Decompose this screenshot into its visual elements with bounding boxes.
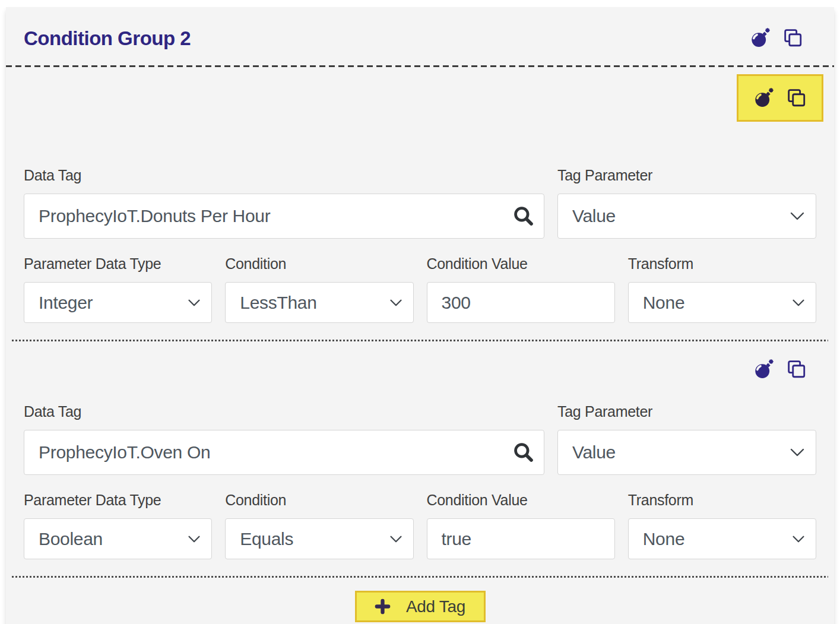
condition-select[interactable]: Equals xyxy=(225,518,413,559)
transform-value: None xyxy=(643,529,685,549)
condition-operator-value: Equals xyxy=(240,529,293,549)
chevron-down-icon xyxy=(790,211,805,221)
add-tag-button[interactable]: Add Tag xyxy=(355,591,486,622)
tag-1-actions xyxy=(24,67,816,122)
parameter-data-type-field-group: Parameter Data Type Integer xyxy=(24,255,212,323)
group-actions xyxy=(750,27,803,49)
condition-value-input[interactable] xyxy=(427,282,615,323)
parameter-data-type-select[interactable]: Integer xyxy=(24,282,212,323)
chevron-down-icon xyxy=(792,299,805,307)
add-tag-label: Add Tag xyxy=(406,597,465,616)
delete-group-bomb-icon[interactable] xyxy=(750,27,771,49)
chevron-down-icon xyxy=(389,299,402,307)
tag-parameter-label: Tag Parameter xyxy=(557,403,816,420)
transform-label: Transform xyxy=(628,492,816,509)
chevron-down-icon xyxy=(389,535,402,543)
transform-field-group: Transform None xyxy=(628,255,816,323)
parameter-data-type-label: Parameter Data Type xyxy=(24,255,212,273)
tag-row-1: Data Tag Tag Parameter Value xyxy=(6,67,834,323)
delete-tag-bomb-icon[interactable] xyxy=(753,87,775,109)
condition-group-title: Condition Group 2 xyxy=(24,27,191,50)
chevron-down-icon xyxy=(790,448,805,457)
data-tag-field-group: Data Tag xyxy=(24,403,544,475)
parameter-data-type-value: Integer xyxy=(39,293,93,313)
tag-parameter-value: Value xyxy=(572,442,616,463)
tag-parameter-select[interactable]: Value xyxy=(557,430,816,475)
delete-tag-bomb-icon[interactable] xyxy=(753,359,775,380)
chevron-down-icon xyxy=(188,535,201,543)
parameter-data-type-select[interactable]: Boolean xyxy=(24,518,212,559)
transform-value: None xyxy=(643,293,685,313)
tag-parameter-select[interactable]: Value xyxy=(557,194,816,239)
data-tag-field-group: Data Tag xyxy=(24,167,544,239)
search-icon[interactable] xyxy=(512,441,535,464)
condition-select[interactable]: LessThan xyxy=(225,282,413,323)
tag-1-actions-highlight xyxy=(737,74,823,122)
transform-select[interactable]: None xyxy=(628,282,816,323)
tag-parameter-label: Tag Parameter xyxy=(557,167,816,184)
condition-label: Condition xyxy=(225,255,413,273)
condition-value-field-group: Condition Value xyxy=(427,255,615,323)
transform-field-group: Transform None xyxy=(628,492,816,559)
copy-group-icon[interactable] xyxy=(783,28,803,48)
copy-tag-icon[interactable] xyxy=(787,88,807,108)
tag-parameter-value: Value xyxy=(572,206,616,226)
search-icon[interactable] xyxy=(512,205,535,227)
parameter-data-type-value: Boolean xyxy=(39,529,103,549)
data-tag-input[interactable] xyxy=(24,430,544,475)
transform-select[interactable]: None xyxy=(628,518,816,559)
data-tag-label: Data Tag xyxy=(24,403,544,420)
tag-parameter-field-group: Tag Parameter Value xyxy=(557,167,816,239)
chevron-down-icon xyxy=(792,535,805,543)
plus-icon xyxy=(375,598,391,615)
condition-value-input[interactable] xyxy=(427,518,615,559)
condition-value-label: Condition Value xyxy=(427,255,615,273)
tag-parameter-field-group: Tag Parameter Value xyxy=(557,403,816,475)
parameter-data-type-label: Parameter Data Type xyxy=(24,492,212,509)
transform-label: Transform xyxy=(628,255,816,273)
condition-field-group: Condition LessThan xyxy=(225,255,413,323)
data-tag-label: Data Tag xyxy=(24,167,544,184)
condition-operator-value: LessThan xyxy=(240,293,316,313)
condition-value-field-group: Condition Value xyxy=(427,492,615,559)
condition-label: Condition xyxy=(225,492,413,509)
condition-group-header: Condition Group 2 xyxy=(6,7,834,65)
chevron-down-icon xyxy=(188,299,201,307)
copy-tag-icon[interactable] xyxy=(787,359,807,379)
condition-group-card: Condition Group 2 xyxy=(6,7,834,624)
tag-row-2: Data Tag Tag Parameter Value xyxy=(6,341,834,559)
tag-2-actions xyxy=(24,341,816,383)
tag-divider xyxy=(12,576,828,578)
tag-2-actions-box xyxy=(737,356,823,383)
data-tag-input[interactable] xyxy=(24,194,544,239)
parameter-data-type-field-group: Parameter Data Type Boolean xyxy=(24,492,212,559)
condition-value-label: Condition Value xyxy=(427,492,615,509)
condition-field-group: Condition Equals xyxy=(225,492,413,559)
